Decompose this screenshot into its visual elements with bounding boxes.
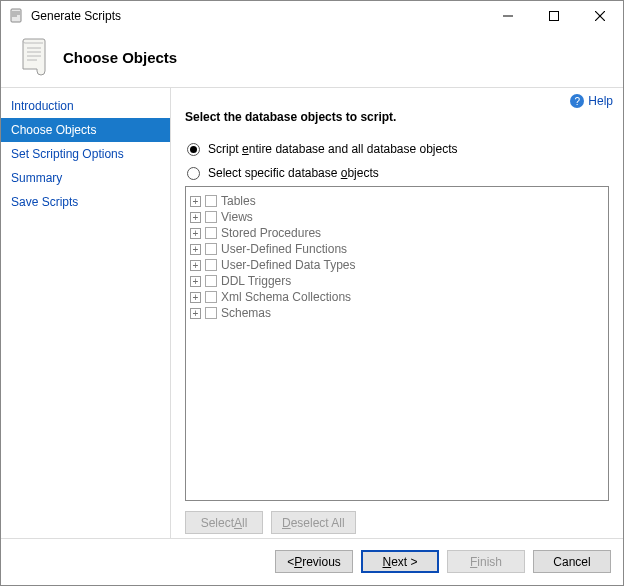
help-label: Help (588, 94, 613, 108)
wizard-sidebar: Introduction Choose Objects Set Scriptin… (1, 88, 171, 538)
checkbox[interactable] (205, 211, 217, 223)
radio-script-entire[interactable]: Script entire database and all database … (187, 142, 609, 156)
work-area: Introduction Choose Objects Set Scriptin… (1, 88, 623, 538)
next-button[interactable]: Next > (361, 550, 439, 573)
tree-label: User-Defined Functions (221, 242, 347, 256)
radio-label-entire: Script entire database and all database … (208, 142, 458, 156)
expand-icon[interactable]: + (190, 308, 201, 319)
object-tree[interactable]: +Tables +Views +Stored Procedures +User-… (185, 186, 609, 501)
tree-node-schemas[interactable]: +Schemas (190, 305, 604, 321)
expand-icon[interactable]: + (190, 212, 201, 223)
tree-label: Schemas (221, 306, 271, 320)
expand-icon[interactable]: + (190, 260, 201, 271)
select-all-button[interactable]: Select All (185, 511, 263, 534)
finish-button[interactable]: Finish (447, 550, 525, 573)
window-title: Generate Scripts (31, 9, 485, 23)
tree-label: User-Defined Data Types (221, 258, 356, 272)
minimize-button[interactable] (485, 1, 531, 31)
help-link[interactable]: ? Help (570, 94, 613, 108)
expand-icon[interactable]: + (190, 228, 201, 239)
expand-icon[interactable]: + (190, 196, 201, 207)
expand-icon[interactable]: + (190, 276, 201, 287)
tree-node-tables[interactable]: +Tables (190, 193, 604, 209)
deselect-all-button[interactable]: Deselect All (271, 511, 356, 534)
checkbox[interactable] (205, 227, 217, 239)
sidebar-item-choose-objects[interactable]: Choose Objects (1, 118, 170, 142)
sidebar-item-save-scripts[interactable]: Save Scripts (1, 190, 170, 214)
radio-select-specific[interactable]: Select specific database objects (187, 166, 609, 180)
tree-label: DDL Triggers (221, 274, 291, 288)
sidebar-item-summary[interactable]: Summary (1, 166, 170, 190)
wizard-footer: < Previous Next > Finish Cancel (1, 538, 623, 584)
main-pane: ? Help Select the database objects to sc… (171, 88, 623, 538)
app-icon (9, 8, 25, 24)
expand-icon[interactable]: + (190, 244, 201, 255)
radio-icon (187, 143, 200, 156)
help-icon: ? (570, 94, 584, 108)
tree-node-views[interactable]: +Views (190, 209, 604, 225)
sidebar-item-set-scripting-options[interactable]: Set Scripting Options (1, 142, 170, 166)
tree-node-xml-schema[interactable]: +Xml Schema Collections (190, 289, 604, 305)
window-buttons (485, 1, 623, 31)
tree-label: Views (221, 210, 253, 224)
checkbox[interactable] (205, 307, 217, 319)
tree-node-uddt[interactable]: +User-Defined Data Types (190, 257, 604, 273)
selection-buttons: Select All Deselect All (185, 511, 609, 534)
tree-node-ddl-triggers[interactable]: +DDL Triggers (190, 273, 604, 289)
checkbox[interactable] (205, 259, 217, 271)
maximize-button[interactable] (531, 1, 577, 31)
tree-label: Stored Procedures (221, 226, 321, 240)
checkbox[interactable] (205, 243, 217, 255)
cancel-button[interactable]: Cancel (533, 550, 611, 573)
checkbox[interactable] (205, 291, 217, 303)
tree-node-stored-procedures[interactable]: +Stored Procedures (190, 225, 604, 241)
checkbox[interactable] (205, 275, 217, 287)
svg-rect-2 (550, 12, 559, 21)
expand-icon[interactable]: + (190, 292, 201, 303)
instruction-text: Select the database objects to script. (185, 110, 609, 124)
titlebar: Generate Scripts (1, 1, 623, 31)
close-button[interactable] (577, 1, 623, 31)
previous-button[interactable]: < Previous (275, 550, 353, 573)
tree-label: Xml Schema Collections (221, 290, 351, 304)
tree-label: Tables (221, 194, 256, 208)
radio-icon (187, 167, 200, 180)
radio-label-specific: Select specific database objects (208, 166, 379, 180)
checkbox[interactable] (205, 195, 217, 207)
wizard-header: Choose Objects (1, 31, 623, 88)
sidebar-item-introduction[interactable]: Introduction (1, 94, 170, 118)
page-title: Choose Objects (63, 49, 177, 66)
tree-node-udf[interactable]: +User-Defined Functions (190, 241, 604, 257)
script-icon (17, 37, 53, 77)
